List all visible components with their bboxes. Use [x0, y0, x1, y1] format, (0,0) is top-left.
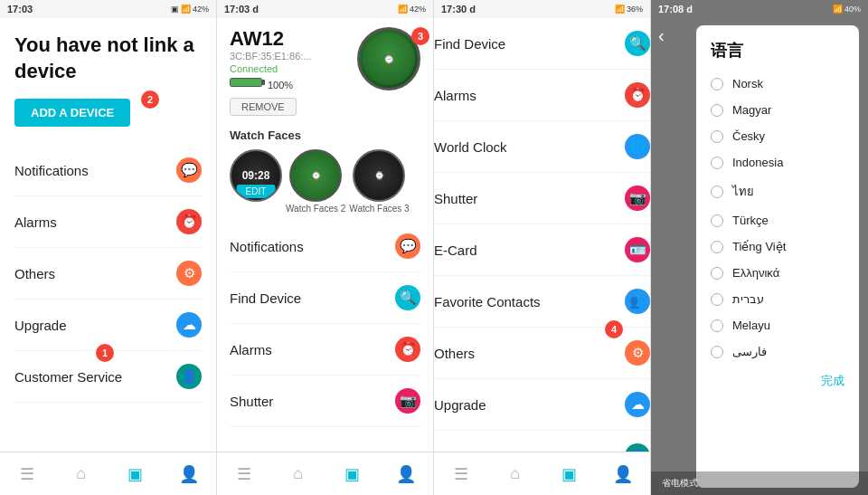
nav3-list-icon[interactable]: ☰ — [448, 462, 474, 487]
nav-watch-icon[interactable]: ▣ — [122, 462, 147, 487]
lang-item-norsk[interactable]: Norsk — [696, 71, 859, 97]
done-button-area[interactable]: 完成 — [696, 365, 859, 393]
nav-home-icon[interactable]: ⌂ — [69, 462, 94, 487]
status-icons-4: 📶 40% — [833, 5, 861, 14]
p3-customer-service-icon: 👤 — [625, 443, 650, 452]
device-mac: 3C:BF:35:E1:86:... — [230, 51, 312, 62]
p3-alarms[interactable]: Alarms ⏰ — [434, 70, 650, 121]
p3-customer-service[interactable]: Customer Service 👤 — [434, 431, 650, 452]
p2-find-device-icon: 🔍 — [395, 285, 420, 310]
back-icon[interactable]: ‹ — [658, 25, 665, 46]
p2-alarms[interactable]: Alarms ⏰ — [230, 324, 420, 376]
upgrade-label: Upgrade — [14, 318, 67, 333]
p3-upgrade[interactable]: Upgrade ☁ — [434, 379, 650, 431]
p3-shutter[interactable]: Shutter 📷 — [434, 173, 650, 224]
nav3-user-icon[interactable]: 👤 — [610, 462, 636, 487]
lang-item-farsi[interactable]: فارسی — [696, 338, 859, 365]
lang-label-thai: ไทย — [732, 182, 754, 201]
bottom-nav-3: ☰ ⌂ ▣ 👤 — [434, 452, 650, 495]
lang-label-turkce: Türkçe — [732, 214, 769, 227]
p3-alarms-label: Alarms — [434, 88, 476, 103]
p2-notifications[interactable]: Notifications 💬 — [230, 221, 420, 272]
lang-radio-tieng-viet — [711, 241, 723, 253]
lang-item-greek[interactable]: Ελληνικά — [696, 260, 859, 286]
lang-item-magyar[interactable]: Magyar — [696, 97, 859, 123]
done-label[interactable]: 完成 — [821, 374, 844, 387]
nav3-watch-icon[interactable]: ▣ — [556, 462, 581, 487]
lang-item-melayu[interactable]: Melayu — [696, 312, 859, 338]
status-icons-3: 📶 36% — [615, 5, 643, 14]
alarms-label: Alarms — [14, 214, 57, 230]
nav2-home-icon[interactable]: ⌂ — [286, 462, 311, 487]
watch-face-2[interactable]: ⌚ Watch Faces 2 — [286, 149, 345, 214]
panel2-content: AW12 3C:BF:35:E1:86:... Connected 100% R… — [217, 18, 433, 452]
battery-bar — [230, 78, 262, 87]
lang-label-greek: Ελληνικά — [732, 266, 779, 280]
lang-item-turkce[interactable]: Türkçe — [696, 207, 859, 233]
device-name: AW12 — [230, 27, 312, 51]
customer-service-icon: 👤 — [176, 364, 202, 389]
p3-find-device-label: Find Device — [434, 36, 505, 52]
lang-item-indonesia[interactable]: Indonesia — [696, 149, 859, 176]
watch-face-3[interactable]: ⌚ Watch Faces 3 — [349, 149, 409, 214]
p3-shutter-icon: 📷 — [625, 186, 650, 211]
lang-label-farsi: فارسی — [732, 345, 767, 358]
menu-item-alarms[interactable]: Alarms ⏰ — [14, 196, 202, 248]
panel1-content: You have not link a device ADD A DEVICE … — [0, 18, 216, 452]
p3-favorite-contacts[interactable]: Favorite Contacts 👥 — [434, 276, 650, 328]
menu-item-upgrade[interactable]: Upgrade ☁ — [14, 300, 202, 351]
watch-faces-title: Watch Faces — [230, 129, 420, 142]
nav2-list-icon[interactable]: ☰ — [231, 462, 257, 487]
p2-find-device[interactable]: Find Device 🔍 — [230, 272, 420, 324]
lang-item-hebrew[interactable]: עברית — [696, 286, 859, 312]
menu-item-notifications[interactable]: Notifications 💬 — [14, 145, 202, 196]
lang-item-cesky[interactable]: Česky — [696, 123, 859, 149]
lang-item-tieng-viet[interactable]: Tiếng Việt — [696, 233, 859, 260]
lang-label-melayu: Melayu — [732, 319, 770, 332]
lang-radio-cesky — [711, 130, 723, 143]
p3-find-device[interactable]: Find Device 🔍 — [434, 18, 650, 70]
device-status: Connected — [230, 63, 312, 74]
p2-shutter[interactable]: Shutter 📷 — [230, 376, 420, 427]
remove-button[interactable]: REMOVE — [230, 98, 297, 116]
battery-pct: 100% — [268, 80, 293, 90]
edit-watch-face-btn[interactable]: EDIT — [237, 185, 276, 198]
annotation-2: 2 — [141, 90, 159, 109]
no-device-title: You have not link a device — [14, 33, 202, 84]
nav2-user-icon[interactable]: 👤 — [393, 462, 419, 487]
power-mode-label: 省电模式 — [651, 471, 868, 495]
lang-radio-farsi — [711, 346, 723, 358]
lang-title: 语言 — [696, 34, 859, 71]
watch-face-3-label: Watch Faces 3 — [349, 204, 409, 214]
p3-others-label: Others — [434, 346, 475, 361]
menu-item-customer-service[interactable]: Customer Service 👤 1 — [14, 351, 202, 403]
lang-radio-hebrew — [711, 293, 723, 306]
lang-label-norsk: Norsk — [732, 77, 763, 90]
menu-item-others[interactable]: Others ⚙ — [14, 248, 202, 300]
time-3: 17:30 d — [441, 4, 476, 14]
lang-radio-magyar — [711, 104, 723, 117]
lang-item-thai[interactable]: ไทย — [696, 176, 859, 207]
nav-list-icon[interactable]: ☰ — [14, 462, 40, 487]
p3-others[interactable]: Others ⚙ 4 — [434, 328, 650, 379]
p3-ecard[interactable]: E-Card 🪪 — [434, 224, 650, 276]
p3-find-device-icon: 🔍 — [625, 31, 650, 56]
watch-face-edit[interactable]: 09:28 EDIT — [230, 149, 282, 214]
notifications-icon: 💬 — [176, 157, 202, 183]
nav-user-icon[interactable]: 👤 — [176, 462, 202, 487]
nav3-home-icon[interactable]: ⌂ — [503, 462, 528, 487]
p3-others-icon: ⚙ — [625, 340, 650, 366]
p3-world-clock[interactable]: World Clock 🌐 — [434, 121, 650, 173]
status-bar-2: 17:03 d 📶 42% — [217, 0, 433, 18]
p3-upgrade-label: Upgrade — [434, 397, 486, 413]
lang-radio-turkce — [711, 214, 723, 227]
p3-ecard-icon: 🪪 — [625, 237, 650, 262]
p3-fav-contacts-icon: 👥 — [625, 289, 650, 314]
p3-world-clock-label: World Clock — [434, 139, 507, 155]
add-device-button[interactable]: ADD A DEVICE — [14, 99, 130, 127]
nav2-watch-icon[interactable]: ▣ — [339, 462, 364, 487]
lang-radio-greek — [711, 267, 723, 280]
p3-upgrade-icon: ☁ — [625, 392, 650, 417]
device-header: AW12 3C:BF:35:E1:86:... Connected 100% R… — [230, 27, 420, 125]
time-1: 17:03 — [7, 4, 33, 14]
